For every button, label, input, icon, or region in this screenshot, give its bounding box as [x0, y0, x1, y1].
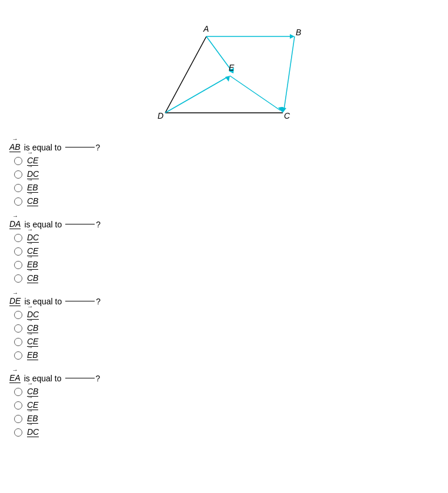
question-block-2: →DA is equal to ?→DC→CE→EB→CB: [9, 219, 439, 283]
svg-line-8: [230, 76, 280, 110]
radio-3-3[interactable]: [14, 338, 22, 346]
diagram-container: A B C D E: [9, 19, 439, 130]
option-item-1-3[interactable]: →EB: [14, 183, 439, 193]
option-item-2-4[interactable]: →CB: [14, 273, 439, 283]
option-item-1-1[interactable]: →CE: [14, 156, 439, 166]
radio-1-4[interactable]: [14, 197, 22, 206]
option-item-3-4[interactable]: →EB: [14, 350, 439, 360]
option-item-2-2[interactable]: →CE: [14, 246, 439, 256]
questions-container: →AB is equal to ?→CE→DC→EB→CB→DA is equa…: [9, 142, 439, 437]
label-A: A: [203, 24, 209, 33]
radio-2-2[interactable]: [14, 247, 22, 256]
option-item-3-1[interactable]: →DC: [14, 310, 439, 320]
radio-3-4[interactable]: [14, 351, 22, 360]
radio-2-1[interactable]: [14, 234, 22, 242]
question-block-1: →AB is equal to ?→CE→DC→EB→CB: [9, 142, 439, 206]
svg-line-4: [284, 36, 295, 110]
option-item-4-4[interactable]: →DC: [14, 427, 439, 437]
question-label-4: →EA is equal to ?: [9, 373, 439, 383]
label-D: D: [158, 111, 163, 120]
question-label-2: →DA is equal to ?: [9, 219, 439, 229]
option-item-4-1[interactable]: →CB: [14, 387, 439, 397]
label-E: E: [229, 63, 235, 72]
radio-4-2[interactable]: [14, 401, 22, 410]
radio-3-1[interactable]: [14, 311, 22, 319]
option-item-2-3[interactable]: →EB: [14, 260, 439, 270]
radio-4-4[interactable]: [14, 428, 22, 437]
option-item-2-1[interactable]: →DC: [14, 233, 439, 243]
option-vector-2-4: →CB: [27, 273, 38, 283]
options-list-1: →CE→DC→EB→CB: [9, 156, 439, 206]
radio-1-3[interactable]: [14, 184, 22, 192]
svg-marker-3: [290, 34, 295, 39]
options-list-3: →DC→CB→CE→EB: [9, 310, 439, 360]
radio-4-1[interactable]: [14, 388, 22, 396]
option-item-1-2[interactable]: →DC: [14, 169, 439, 179]
radio-3-2[interactable]: [14, 324, 22, 333]
svg-marker-7: [225, 76, 230, 82]
radio-1-2[interactable]: [14, 170, 22, 179]
option-item-4-2[interactable]: →CE: [14, 400, 439, 410]
radio-1-1[interactable]: [14, 157, 22, 165]
question-block-4: →EA is equal to ?→CB→CE→EB→DC: [9, 373, 439, 437]
radio-2-4[interactable]: [14, 274, 22, 283]
options-list-4: →CB→CE→EB→DC: [9, 387, 439, 437]
label-B: B: [296, 28, 301, 37]
label-C: C: [284, 111, 290, 120]
parallelogram-diagram: A B C D E: [142, 19, 306, 130]
question-label-3: →DE is equal to ?: [9, 296, 439, 306]
radio-2-3[interactable]: [14, 261, 22, 269]
option-item-3-3[interactable]: →CE: [14, 337, 439, 347]
option-item-3-2[interactable]: →CB: [14, 323, 439, 333]
question-label-1: →AB is equal to ?: [9, 142, 439, 152]
option-item-4-3[interactable]: →EB: [14, 414, 439, 424]
question-block-3: →DE is equal to ?→DC→CB→CE→EB: [9, 296, 439, 360]
option-vector-3-4: →EB: [27, 350, 38, 360]
radio-4-3[interactable]: [14, 415, 22, 423]
option-vector-1-4: →CB: [27, 196, 38, 206]
options-list-2: →DC→CE→EB→CB: [9, 233, 439, 283]
option-vector-4-4: →DC: [27, 427, 39, 437]
option-item-1-4[interactable]: →CB: [14, 196, 439, 206]
